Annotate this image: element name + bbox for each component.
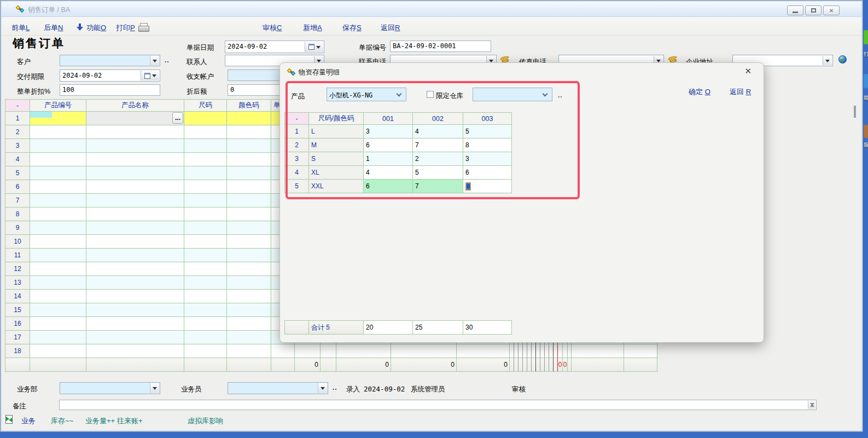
doc-date-field[interactable]: 2024-09-02 <box>225 41 324 53</box>
grid-cell[interactable] <box>227 221 271 235</box>
grid-row-number[interactable]: 14 <box>5 290 30 303</box>
grid-cell[interactable] <box>536 344 540 358</box>
tab-transactions[interactable]: 往来账+ <box>117 416 143 426</box>
grid-row-number[interactable]: 12 <box>5 262 30 276</box>
grid-cell[interactable] <box>86 331 184 344</box>
discount-field[interactable]: 100 <box>60 84 160 96</box>
grid-column-header[interactable]: 尺码 <box>184 100 227 112</box>
grid-cell[interactable] <box>86 290 184 303</box>
tab-business-volume[interactable]: 业务量++ <box>85 416 115 426</box>
grid-cell[interactable] <box>184 303 227 317</box>
grid-cell[interactable] <box>30 153 86 166</box>
grid-cell[interactable] <box>30 139 86 153</box>
grid-cell[interactable] <box>563 344 568 358</box>
matrix-qty-cell[interactable]: 8 <box>463 139 512 152</box>
grid-row-number[interactable]: 9 <box>5 221 30 235</box>
grid-cell[interactable] <box>227 262 271 276</box>
matrix-qty-cell[interactable]: 3 <box>463 152 512 166</box>
grid-cell[interactable] <box>527 344 532 358</box>
customer-lookup-button[interactable]: .. <box>165 56 170 64</box>
salesman-combo[interactable] <box>228 382 328 394</box>
grid-cell[interactable] <box>30 331 86 344</box>
grid-cell[interactable] <box>184 153 227 166</box>
grid-cell[interactable] <box>184 331 227 344</box>
grid-cell[interactable] <box>540 344 545 358</box>
matrix-size-label[interactable]: XXL <box>309 180 364 193</box>
grid-cell[interactable] <box>227 180 271 194</box>
matrix-qty-cell[interactable]: 8 <box>463 180 512 193</box>
grid-cell[interactable] <box>391 344 457 358</box>
desktop-icon[interactable] <box>864 125 868 138</box>
grid-cell[interactable] <box>86 208 184 221</box>
matrix-row-number[interactable]: 1 <box>285 125 309 139</box>
calendar-dropdown-icon[interactable] <box>305 42 323 52</box>
matrix-column-header[interactable]: 尺码/颜色码 <box>309 113 364 125</box>
grid-cell[interactable] <box>227 194 271 208</box>
dropdown-arrow-icon[interactable] <box>318 383 327 393</box>
grid-row-number[interactable]: 11 <box>5 249 30 262</box>
matrix-qty-cell[interactable]: 6 <box>364 139 413 152</box>
grid-row-number[interactable]: 1 <box>5 112 30 125</box>
matrix-row-number[interactable]: 4 <box>285 166 309 180</box>
grid-cell[interactable] <box>514 344 519 358</box>
function-menu-button[interactable]: 功能O <box>86 23 106 33</box>
grid-cell[interactable] <box>572 344 624 358</box>
grid-row-number[interactable]: 15 <box>5 303 30 317</box>
desktop-icon[interactable] <box>864 74 868 88</box>
matrix-column-header[interactable]: 003 <box>463 113 512 125</box>
doc-no-field[interactable]: BA-24-09-02-0001 <box>390 41 491 52</box>
grid-cell[interactable] <box>86 249 184 262</box>
dialog-return-button[interactable]: 返回 R <box>730 87 751 97</box>
return-button[interactable]: 返回R <box>381 23 400 33</box>
matrix-qty-cell[interactable]: 3 <box>364 125 413 139</box>
grid-cell[interactable] <box>30 290 86 303</box>
dropdown-arrow-icon[interactable] <box>150 383 159 393</box>
matrix-qty-cell[interactable]: 1 <box>364 152 413 166</box>
save-button[interactable]: 保存S <box>342 23 362 33</box>
matrix-qty-cell[interactable]: 6 <box>364 180 413 193</box>
grid-cell[interactable] <box>295 344 321 358</box>
grid-cell[interactable] <box>30 221 86 235</box>
prev-doc-button[interactable]: 前单L <box>11 23 30 33</box>
grid-cell[interactable] <box>30 303 86 317</box>
grid-cell[interactable] <box>568 344 572 358</box>
grid-cell[interactable] <box>184 208 227 221</box>
grid-cell[interactable] <box>184 139 227 153</box>
grid-column-header[interactable]: 颜色码 <box>227 100 271 112</box>
grid-cell[interactable] <box>227 153 271 166</box>
grid-cell[interactable] <box>457 344 510 358</box>
grid-cell[interactable] <box>30 125 86 139</box>
next-doc-button[interactable]: 后单N <box>44 23 63 33</box>
cell-edit-selection[interactable]: 8 <box>465 182 471 191</box>
grid-cell[interactable] <box>86 125 184 139</box>
grid-cell[interactable] <box>86 317 184 331</box>
maximize-button[interactable] <box>805 5 822 15</box>
grid-cell[interactable] <box>184 235 227 249</box>
matrix-qty-cell[interactable]: 7 <box>413 180 463 193</box>
grid-cell[interactable] <box>184 221 227 235</box>
grid-cell[interactable] <box>271 344 295 358</box>
grid-cell[interactable] <box>86 276 184 290</box>
matrix-size-label[interactable]: L <box>309 125 364 139</box>
print-button[interactable]: 打印P <box>116 23 135 33</box>
matrix-qty-cell[interactable]: 2 <box>413 152 463 166</box>
matrix-qty-cell[interactable]: 4 <box>413 125 463 139</box>
close-button[interactable]: ✕ <box>823 5 840 15</box>
grid-cell[interactable] <box>184 249 227 262</box>
grid-cell[interactable] <box>184 112 227 125</box>
grid-cell[interactable] <box>86 303 184 317</box>
dept-combo[interactable] <box>60 382 160 394</box>
grid-cell[interactable] <box>30 262 86 276</box>
grid-row-number[interactable]: 4 <box>5 153 30 166</box>
warehouse-combo[interactable] <box>473 88 552 101</box>
grid-cell[interactable] <box>184 125 227 139</box>
grid-cell[interactable] <box>30 276 86 290</box>
printer-icon[interactable] <box>138 23 149 31</box>
grid-cell[interactable] <box>227 303 271 317</box>
grid-cell[interactable] <box>227 208 271 221</box>
dropdown-arrow-icon[interactable] <box>823 56 832 65</box>
tab-inventory[interactable]: 库存~~ <box>51 416 73 426</box>
grid-cell[interactable] <box>30 112 86 125</box>
grid-cell[interactable] <box>184 166 227 180</box>
grid-row-number[interactable]: 7 <box>5 194 30 208</box>
